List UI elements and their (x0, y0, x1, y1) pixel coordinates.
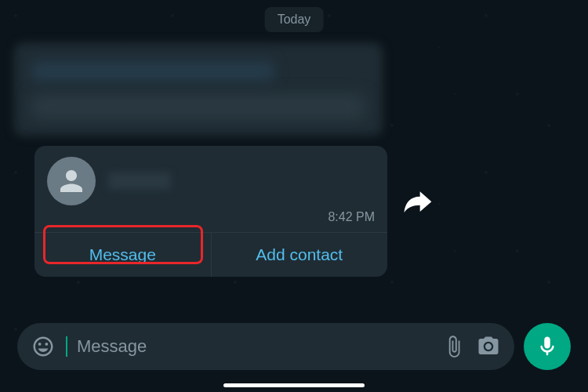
camera-button[interactable] (477, 335, 500, 358)
add-contact-button[interactable]: Add contact (212, 233, 388, 277)
message-input-container (17, 323, 514, 370)
emoji-icon (31, 335, 55, 358)
emoji-button[interactable] (31, 335, 55, 358)
date-separator: Today (265, 7, 324, 32)
message-button[interactable]: Message (34, 233, 212, 277)
message-bubble-redacted (14, 43, 383, 136)
text-cursor (66, 336, 67, 357)
message-input[interactable] (77, 336, 431, 357)
contact-share-card: 8:42 PM Message Add contact (34, 146, 387, 277)
paperclip-icon (442, 335, 466, 358)
attach-button[interactable] (442, 335, 466, 358)
avatar[interactable] (47, 157, 96, 205)
camera-icon (477, 335, 500, 358)
contact-name-redacted (108, 172, 171, 190)
microphone-icon (535, 335, 559, 358)
message-input-bar (17, 323, 571, 370)
redacted-text (31, 94, 365, 119)
voice-message-button[interactable] (524, 323, 571, 370)
redacted-text (31, 61, 274, 82)
forward-icon (400, 186, 434, 220)
home-indicator (223, 383, 365, 387)
forward-button[interactable] (400, 186, 434, 223)
message-timestamp: 8:42 PM (34, 210, 387, 232)
person-icon (55, 165, 88, 198)
